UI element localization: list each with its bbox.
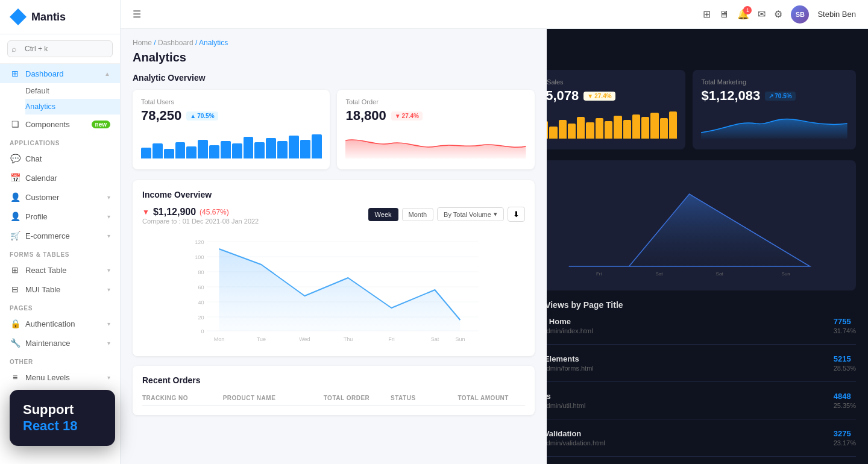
table-header: TRACKING NO PRODUCT NAME TOTAL ORDER STA… [142, 391, 525, 406]
customer-icon: 👤 [10, 192, 20, 202]
search-input[interactable] [7, 40, 113, 57]
sidebar-logo[interactable]: Mantis [0, 0, 120, 34]
svg-text:Mon: Mon [214, 336, 225, 342]
svg-text:0: 0 [201, 328, 204, 334]
section-label-forms: Forms & Tables [0, 245, 120, 260]
stat-value-users: 78,250 [141, 108, 181, 124]
stat-badge-sales: ▼ 27.4% [583, 92, 615, 101]
page-views-title: Page Views by Page Title [523, 300, 856, 310]
avatar[interactable]: SB [791, 5, 809, 24]
svg-text:20: 20 [198, 315, 204, 321]
grid-view-icon[interactable]: ⊞ [703, 8, 711, 20]
profile-icon: 👤 [10, 212, 20, 221]
monitor-icon[interactable]: 🖥 [719, 9, 729, 20]
notification-count: 1 [743, 6, 752, 14]
sidebar-search-container [0, 34, 120, 64]
sidebar-item-label: Maintenance [25, 339, 70, 348]
order-area-chart [345, 128, 526, 158]
sidebar-item-profile[interactable]: 👤 Profile ▾ [0, 207, 120, 226]
dark-side: Total Sales $35,078 ▼ 27.4% Total Market… [511, 29, 868, 464]
trend-up-icon: ↗ [769, 93, 773, 99]
support-react-popup[interactable]: Support React 18 [10, 390, 115, 446]
sidebar-item-react-table[interactable]: ⊞ React Table ▾ [0, 260, 120, 280]
chevron-down-icon: ▾ [107, 374, 110, 381]
col-status: STATUS [391, 395, 458, 401]
sidebar-item-components[interactable]: ❑ Components new [0, 114, 120, 134]
chevron-icon: ▾ [494, 210, 497, 218]
chevron-down-icon: ▾ [107, 267, 110, 274]
stat-card-total-users: Total Users 78,250 ▲ 70.5% [133, 90, 330, 169]
income-line-chart: 120 100 80 60 40 20 0 [142, 236, 525, 344]
chevron-up-icon: ▲ [104, 71, 110, 77]
income-change: (45.67%) [200, 208, 229, 216]
sidebar-item-default[interactable]: Default [25, 83, 120, 99]
page-view-item: Form Validation /demo/admin/validation.h… [523, 429, 856, 457]
sidebar-item-label: MUI Table [25, 285, 60, 294]
breadcrumb-dashboard[interactable]: Dashboard [158, 39, 193, 47]
page-view-item: Utilities /demo/admin/util.html 4848 25.… [523, 392, 856, 419]
col-total-order: TOTAL ORDER [324, 395, 391, 401]
user-name: Stebin Ben [817, 10, 856, 19]
page-view-item: Form Elements /demo/admin/forms.html 521… [523, 354, 856, 382]
breadcrumb-home[interactable]: Home [133, 39, 152, 47]
svg-text:40: 40 [198, 299, 204, 306]
page-view-item: Admin Home /demo/admin/index.html 7755 3… [523, 317, 856, 345]
sidebar-item-label: Components [25, 120, 70, 129]
svg-text:Fri: Fri [388, 336, 395, 342]
sidebar-item-chat[interactable]: 💬 Chat [0, 149, 120, 168]
stat-card-total-order: Total Order 18,800 ▼ 27.4% [337, 90, 534, 169]
sidebar-item-analytics[interactable]: Analytics [25, 99, 120, 114]
week-button[interactable]: Week [368, 208, 398, 221]
stat-label-sales: Total Sales [531, 78, 678, 86]
stat-label-users: Total Users [141, 98, 321, 105]
svg-text:120: 120 [195, 239, 204, 245]
settings-icon[interactable]: ⚙ [774, 8, 782, 20]
page-title: Analytics [133, 51, 535, 64]
sidebar-item-label: Customer [25, 193, 59, 202]
stat-badge-marketing: ↗ 70.5% [765, 92, 795, 101]
logo-diamond-icon [10, 8, 27, 25]
bell-icon[interactable]: 🔔 1 [737, 8, 749, 20]
menu-levels-icon: ≡ [10, 372, 20, 382]
sidebar-item-dashboard[interactable]: ⊞ Dashboard ▲ [0, 64, 120, 83]
download-button[interactable]: ⬇ [508, 207, 525, 222]
sidebar-item-customer[interactable]: 👤 Customer ▾ [0, 187, 120, 207]
sidebar-item-authentication[interactable]: 🔒 Authentication ▾ [0, 314, 120, 333]
svg-text:Fri: Fri [596, 271, 602, 277]
income-overview-card: Income Overview ▼ $1,12,900 (45.67%) Com… [133, 180, 535, 356]
sidebar-item-ecommerce[interactable]: 🛒 E-commerce ▾ [0, 226, 120, 245]
sidebar-item-maintenance[interactable]: 🔧 Maintenance ▾ [0, 333, 120, 353]
mail-icon[interactable]: ✉ [758, 8, 766, 20]
auth-icon: 🔒 [10, 319, 20, 328]
sidebar-item-label: React Table [25, 266, 66, 275]
dark-stats-row: Total Sales $35,078 ▼ 27.4% Total Market… [523, 70, 856, 149]
sidebar-item-mui-table[interactable]: ⊟ MUI Table ▾ [0, 280, 120, 299]
page-views-list: Admin Home /demo/admin/index.html 7755 3… [523, 317, 856, 464]
sidebar-item-menu-levels[interactable]: ≡ Menu Levels ▾ [0, 368, 120, 387]
income-value: $1,12,900 [153, 207, 196, 218]
col-product: PRODUCT NAME [223, 395, 324, 401]
mui-table-icon: ⊟ [10, 284, 20, 294]
svg-text:Tue: Tue [257, 336, 266, 342]
main-content: ☰ ⊞ 🖥 🔔 1 ✉ ⚙ SB Stebin Ben Home / Dashb… [121, 0, 868, 464]
sidebar-item-label: Menu Levels [25, 373, 70, 382]
light-side: Home / Dashboard / Analytics Analytics A… [121, 29, 547, 464]
sidebar-item-label: Dashboard [25, 69, 64, 78]
stat-badge-users: ▲ 70.5% [186, 111, 218, 121]
hamburger-icon[interactable]: ☰ [133, 8, 141, 20]
users-bar-chart [141, 128, 321, 158]
dashboard-icon: ⊞ [10, 69, 20, 78]
topbar: ☰ ⊞ 🖥 🔔 1 ✉ ⚙ SB Stebin Ben [121, 0, 868, 29]
trend-down-indicator: ▼ [142, 208, 149, 216]
support-react-text: React 18 [23, 418, 78, 433]
stat-label-order: Total Order [345, 98, 526, 105]
chevron-down-icon: ▾ [107, 321, 110, 327]
sidebar-item-label: Analytics [25, 102, 55, 111]
volume-select[interactable]: By Total Volume ▾ [437, 207, 504, 221]
stat-card-total-marketing: Total Marketing $1,12,083 ↗ 70.5% [693, 70, 856, 149]
sidebar-item-calendar[interactable]: 📅 Calendar [0, 168, 120, 187]
dark-area-chart-card: Fri Sat Sat Sun [523, 160, 856, 290]
stat-value-order: 18,800 [345, 108, 386, 124]
month-button[interactable]: Month [402, 208, 434, 221]
section-label-applications: Applications [0, 134, 120, 149]
